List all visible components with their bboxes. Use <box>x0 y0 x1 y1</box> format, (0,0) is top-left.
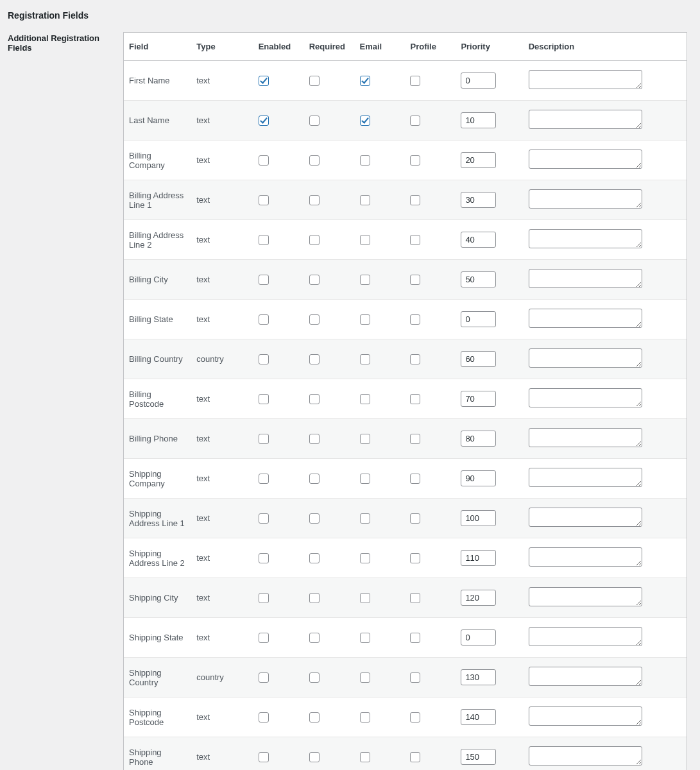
required-checkbox[interactable] <box>309 474 320 484</box>
profile-checkbox[interactable] <box>410 593 420 603</box>
required-checkbox[interactable] <box>309 155 320 166</box>
enabled-checkbox[interactable] <box>259 76 269 86</box>
description-textarea[interactable] <box>529 348 642 368</box>
enabled-checkbox[interactable] <box>259 672 269 683</box>
profile-checkbox[interactable] <box>410 354 420 364</box>
email-checkbox[interactable] <box>360 474 370 484</box>
required-checkbox[interactable] <box>309 76 320 86</box>
enabled-checkbox[interactable] <box>259 275 269 285</box>
priority-input[interactable] <box>461 669 496 685</box>
priority-input[interactable] <box>461 749 496 765</box>
profile-checkbox[interactable] <box>410 275 420 285</box>
enabled-checkbox[interactable] <box>259 712 269 723</box>
priority-input[interactable] <box>461 470 496 486</box>
description-textarea[interactable] <box>529 70 642 89</box>
priority-input[interactable] <box>461 391 496 407</box>
profile-checkbox[interactable] <box>410 712 420 723</box>
enabled-checkbox[interactable] <box>259 633 269 643</box>
description-textarea[interactable] <box>529 706 642 726</box>
priority-input[interactable] <box>461 510 496 526</box>
enabled-checkbox[interactable] <box>259 195 269 205</box>
profile-checkbox[interactable] <box>410 513 420 524</box>
priority-input[interactable] <box>461 590 496 606</box>
description-textarea[interactable] <box>529 309 642 328</box>
priority-input[interactable] <box>461 311 496 327</box>
description-textarea[interactable] <box>529 667 642 686</box>
required-checkbox[interactable] <box>309 513 320 524</box>
description-textarea[interactable] <box>529 587 642 606</box>
profile-checkbox[interactable] <box>410 752 420 762</box>
description-textarea[interactable] <box>529 189 642 209</box>
email-checkbox[interactable] <box>360 434 370 444</box>
required-checkbox[interactable] <box>309 712 320 723</box>
priority-input[interactable] <box>461 73 496 89</box>
required-checkbox[interactable] <box>309 314 320 325</box>
email-checkbox[interactable] <box>360 712 370 723</box>
email-checkbox[interactable] <box>360 76 370 86</box>
enabled-checkbox[interactable] <box>259 235 269 245</box>
priority-input[interactable] <box>461 431 496 447</box>
required-checkbox[interactable] <box>309 633 320 643</box>
profile-checkbox[interactable] <box>410 195 420 205</box>
profile-checkbox[interactable] <box>410 116 420 126</box>
email-checkbox[interactable] <box>360 553 370 563</box>
description-textarea[interactable] <box>529 110 642 129</box>
priority-input[interactable] <box>461 550 496 566</box>
enabled-checkbox[interactable] <box>259 513 269 524</box>
email-checkbox[interactable] <box>360 633 370 643</box>
profile-checkbox[interactable] <box>410 633 420 643</box>
description-textarea[interactable] <box>529 508 642 527</box>
email-checkbox[interactable] <box>360 752 370 762</box>
required-checkbox[interactable] <box>309 593 320 603</box>
enabled-checkbox[interactable] <box>259 155 269 166</box>
email-checkbox[interactable] <box>360 155 370 166</box>
required-checkbox[interactable] <box>309 553 320 563</box>
profile-checkbox[interactable] <box>410 235 420 245</box>
email-checkbox[interactable] <box>360 195 370 205</box>
enabled-checkbox[interactable] <box>259 593 269 603</box>
profile-checkbox[interactable] <box>410 553 420 563</box>
enabled-checkbox[interactable] <box>259 474 269 484</box>
required-checkbox[interactable] <box>309 394 320 404</box>
priority-input[interactable] <box>461 629 496 646</box>
description-textarea[interactable] <box>529 746 642 766</box>
description-textarea[interactable] <box>529 150 642 169</box>
email-checkbox[interactable] <box>360 513 370 524</box>
required-checkbox[interactable] <box>309 752 320 762</box>
description-textarea[interactable] <box>529 229 642 248</box>
email-checkbox[interactable] <box>360 354 370 364</box>
email-checkbox[interactable] <box>360 116 370 126</box>
priority-input[interactable] <box>461 271 496 287</box>
email-checkbox[interactable] <box>360 672 370 683</box>
email-checkbox[interactable] <box>360 235 370 245</box>
profile-checkbox[interactable] <box>410 76 420 86</box>
priority-input[interactable] <box>461 232 496 248</box>
enabled-checkbox[interactable] <box>259 752 269 762</box>
description-textarea[interactable] <box>529 627 642 646</box>
email-checkbox[interactable] <box>360 394 370 404</box>
required-checkbox[interactable] <box>309 235 320 245</box>
description-textarea[interactable] <box>529 388 642 407</box>
profile-checkbox[interactable] <box>410 394 420 404</box>
required-checkbox[interactable] <box>309 275 320 285</box>
enabled-checkbox[interactable] <box>259 314 269 325</box>
description-textarea[interactable] <box>529 269 642 288</box>
required-checkbox[interactable] <box>309 672 320 683</box>
enabled-checkbox[interactable] <box>259 434 269 444</box>
description-textarea[interactable] <box>529 547 642 567</box>
enabled-checkbox[interactable] <box>259 553 269 563</box>
profile-checkbox[interactable] <box>410 474 420 484</box>
description-textarea[interactable] <box>529 428 642 447</box>
priority-input[interactable] <box>461 112 496 128</box>
required-checkbox[interactable] <box>309 116 320 126</box>
enabled-checkbox[interactable] <box>259 116 269 126</box>
priority-input[interactable] <box>461 709 496 725</box>
required-checkbox[interactable] <box>309 195 320 205</box>
priority-input[interactable] <box>461 192 496 208</box>
required-checkbox[interactable] <box>309 354 320 364</box>
priority-input[interactable] <box>461 152 496 168</box>
email-checkbox[interactable] <box>360 593 370 603</box>
enabled-checkbox[interactable] <box>259 394 269 404</box>
enabled-checkbox[interactable] <box>259 354 269 364</box>
profile-checkbox[interactable] <box>410 434 420 444</box>
